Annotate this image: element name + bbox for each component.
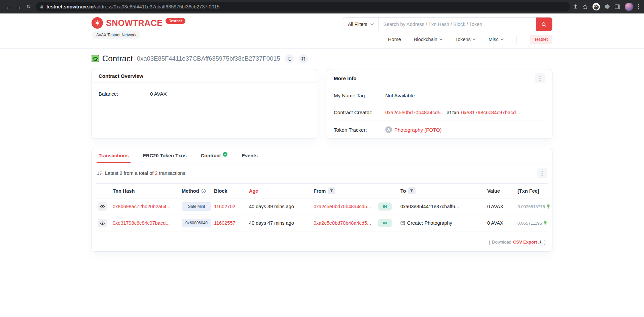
- token-tracker-link[interactable]: Photography (FOTO): [394, 127, 442, 133]
- to-contract-creation: Create: Photography: [407, 220, 452, 226]
- method-badge: 0x60806040: [182, 219, 211, 227]
- col-to: To: [398, 184, 485, 198]
- sort-icon: [97, 171, 102, 176]
- back-icon[interactable]: ←: [3, 2, 13, 12]
- tab-contract-label: Contract: [201, 153, 221, 158]
- block-link[interactable]: 11602702: [214, 204, 235, 209]
- site-header: SNOWTRACE Testnet AVAX Testnet Network A…: [0, 13, 644, 49]
- qr-code-button[interactable]: [299, 54, 308, 63]
- url-path: /address/0xa03e85f4411e37cbaff635975bf38…: [94, 4, 219, 9]
- csv-export-row: [ Download CSV Export ]: [92, 231, 552, 251]
- tab-erc20-label: ERC20 Token Txns: [143, 153, 186, 158]
- qr-grid-icon: [301, 57, 306, 61]
- browser-profile-avatar[interactable]: [625, 3, 633, 11]
- to-filter-icon[interactable]: [408, 187, 416, 194]
- gas-lightbulb-icon[interactable]: [546, 204, 550, 209]
- chevron-down-icon: [501, 38, 504, 40]
- address-bar[interactable]: testnet.snowtrace.io/address/0xa03e85f44…: [36, 2, 570, 11]
- main-content: Contract 0xa03E85F4411e37CBAff635975bf38…: [92, 54, 552, 252]
- tab-bar: Transactions ERC20 Token Txns Contract E…: [92, 148, 552, 163]
- csv-export-link[interactable]: CSV Export: [513, 240, 543, 245]
- info-icon[interactable]: [201, 189, 206, 193]
- gas-lightbulb-icon[interactable]: [543, 221, 547, 225]
- contract-overview-card: Contract Overview Balance: 0 AVAX: [92, 69, 317, 139]
- share-icon[interactable]: [573, 4, 578, 9]
- more-info-card: More Info My Name Tag: Not Available Con…: [327, 69, 552, 139]
- nav-tokens-label: Tokens: [455, 37, 471, 42]
- creator-address-link[interactable]: 0xa2c5e0bd70b48a4cd5...: [385, 109, 445, 115]
- tab-events-label: Events: [242, 153, 258, 158]
- col-value: Value: [485, 185, 515, 197]
- search-button[interactable]: [536, 18, 552, 31]
- tab-transactions-label: Transactions: [99, 153, 129, 158]
- vertical-dots-icon: [539, 76, 541, 81]
- eye-preview-button[interactable]: [98, 202, 107, 211]
- search-bar: All Filters: [343, 17, 552, 31]
- search-filter-dropdown[interactable]: All Filters: [343, 18, 379, 31]
- balance-value: 0 AVAX: [150, 91, 167, 97]
- eye-preview-button[interactable]: [98, 219, 107, 227]
- table-header-row: Txn Hash Method Block Age From: [96, 183, 548, 198]
- nav-tokens[interactable]: Tokens: [455, 37, 476, 42]
- nav-misc-label: Misc: [489, 37, 499, 42]
- eye-icon: [100, 221, 105, 226]
- browser-menu-icon[interactable]: [638, 4, 639, 9]
- bookmark-star-icon[interactable]: [582, 4, 588, 9]
- from-address-link[interactable]: 0xa2c5e0bd70b48a4cd5...: [314, 220, 371, 226]
- brand-name: SNOWTRACE: [106, 18, 163, 28]
- bracket-open: [: [489, 240, 490, 245]
- extensions-puzzle-icon[interactable]: [605, 4, 610, 9]
- col-direction: [376, 187, 398, 195]
- creation-txn-link[interactable]: 0xe31798c6c84c97bacd...: [461, 109, 520, 115]
- name-tag-value: Not Available: [385, 93, 415, 98]
- copy-address-button[interactable]: [285, 54, 294, 63]
- vertical-dots-icon: [541, 171, 543, 176]
- search-input[interactable]: [379, 18, 536, 31]
- tab-transactions[interactable]: Transactions: [97, 148, 131, 163]
- table-row: 0x8b698ac72bd20b2a64... Safe Mint 116027…: [96, 198, 548, 215]
- nav-testnet-button[interactable]: Testnet: [530, 35, 552, 44]
- download-label: Download: [492, 240, 511, 245]
- summary-text-before: Latest 2 from a total of: [105, 170, 155, 176]
- txn-hash-link[interactable]: 0xe31798c6c84c97bacd...: [113, 220, 170, 226]
- more-info-options-button[interactable]: [535, 73, 545, 83]
- table-options-button[interactable]: [537, 168, 547, 178]
- value-amount: 0 AVAX: [485, 217, 515, 229]
- url-domain: testnet.snowtrace.io: [46, 4, 94, 9]
- chevron-down-icon: [439, 38, 442, 40]
- at-txn-text: at txn: [447, 109, 459, 115]
- page-title-row: Contract 0xa03E85F4411e37CBAff635975bf38…: [92, 54, 552, 63]
- brand-testnet-badge: Testnet: [166, 18, 185, 24]
- reload-icon[interactable]: ↻: [24, 2, 34, 12]
- lock-icon: [40, 5, 43, 9]
- col-method: Method: [180, 185, 212, 197]
- more-info-card-title: More Info: [334, 75, 357, 81]
- token-tracker-label: Token Tracker:: [334, 127, 385, 133]
- search-filter-label: All Filters: [348, 22, 367, 27]
- from-address-link[interactable]: 0xa2c5e0bd70b48a4cd5...: [314, 204, 371, 209]
- balance-label: Balance:: [99, 91, 150, 97]
- txn-fee-value: 0.065711195: [517, 221, 542, 226]
- nav-home[interactable]: Home: [388, 37, 401, 42]
- nav-blockchain-label: Blockchain: [414, 37, 437, 42]
- block-link[interactable]: 11602557: [214, 220, 235, 226]
- bracket-close: ]: [544, 240, 545, 245]
- copy-icon: [287, 57, 292, 61]
- page-title: Contract: [102, 54, 133, 63]
- col-age[interactable]: Age: [247, 185, 312, 197]
- brand[interactable]: SNOWTRACE Testnet: [92, 17, 185, 29]
- owl-extension-icon[interactable]: [593, 3, 600, 10]
- method-badge: Safe Mint: [182, 202, 211, 211]
- nav-blockchain[interactable]: Blockchain: [414, 37, 442, 42]
- age-value: 40 days 47 mins ago: [247, 217, 312, 229]
- forward-icon[interactable]: →: [13, 2, 24, 12]
- tab-contract[interactable]: Contract: [199, 148, 230, 163]
- txn-hash-link[interactable]: 0x8b698ac72bd20b2a64...: [113, 204, 171, 209]
- network-badge: AVAX Testnet Network: [92, 31, 140, 39]
- nav-misc[interactable]: Misc: [489, 37, 504, 42]
- from-filter-icon[interactable]: [328, 187, 335, 194]
- txn-fee-value: 0.0026515775: [517, 204, 545, 209]
- tab-events[interactable]: Events: [240, 148, 260, 163]
- tab-erc20-token-txns[interactable]: ERC20 Token Txns: [141, 148, 188, 163]
- side-panel-icon[interactable]: [615, 4, 620, 9]
